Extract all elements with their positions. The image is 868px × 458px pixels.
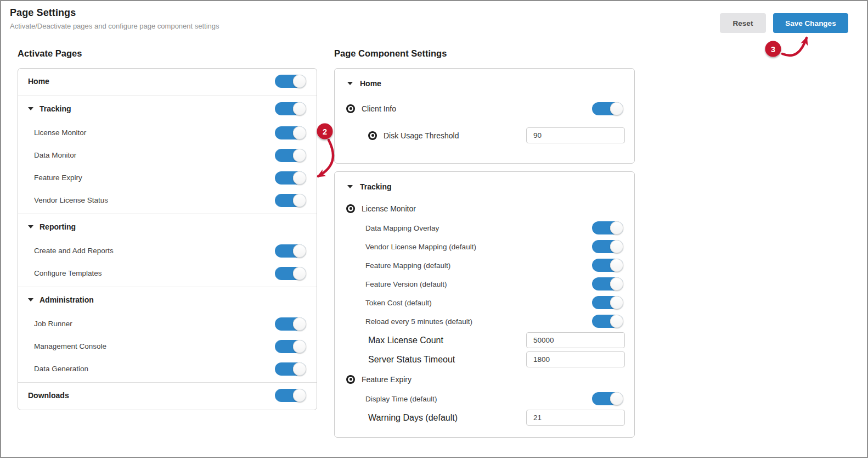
disk-usage-threshold-input[interactable]: [526, 127, 625, 143]
toggle-reload-every-5-minutes-default[interactable]: [592, 315, 623, 328]
toggle-knob: [293, 194, 306, 207]
bullseye-icon: [346, 104, 355, 113]
toggle-vendor-license-status[interactable]: [275, 194, 306, 207]
toggle-knob: [293, 149, 306, 162]
bullseye-icon: [346, 375, 355, 384]
page-title: Page Settings: [10, 7, 219, 19]
component-header-label-tracking: Tracking: [360, 182, 392, 191]
component-row-feature-mapping-default: Feature Mapping (default): [335, 256, 634, 275]
component-label-feature-version-default: Feature Version (default): [365, 280, 447, 288]
component-label-reload-every-5-minutes-default: Reload every 5 minutes (default): [365, 317, 472, 326]
page-row-job-runner: Job Runner: [18, 312, 317, 335]
warning-days-default-input[interactable]: [526, 410, 625, 426]
component-header-tracking: Tracking: [335, 175, 634, 198]
page-label-administration: Administration: [40, 295, 94, 304]
toggle-configure-templates[interactable]: [275, 267, 306, 280]
toggle-knob: [293, 317, 306, 331]
component-row-disk-usage-threshold: Disk Usage Threshold: [335, 122, 634, 149]
toggle-knob: [293, 171, 306, 185]
page-label-license-monitor: License Monitor: [34, 129, 86, 137]
toggle-vendor-license-mapping-default[interactable]: [592, 240, 623, 253]
component-label-vendor-license-mapping-default: Vendor License Mapping (default): [365, 243, 476, 251]
page-row-home: Home: [18, 69, 317, 93]
toggle-knob: [610, 240, 623, 253]
chevron-down-icon[interactable]: [347, 82, 353, 85]
toggle-feature-mapping-default[interactable]: [592, 259, 623, 272]
toggle-token-cost-default[interactable]: [592, 296, 623, 309]
page-row-reporting: Reporting: [18, 214, 317, 239]
chevron-down-icon[interactable]: [28, 107, 33, 110]
toggle-knob: [610, 221, 623, 234]
activate-pages-section: Activate Pages HomeTrackingLicense Monit…: [18, 48, 317, 410]
toggle-knob: [293, 126, 306, 139]
activate-group: Downloads: [18, 382, 317, 410]
toggle-home[interactable]: [275, 75, 306, 88]
page-label-data-generation: Data Generation: [34, 365, 88, 373]
toggle-downloads[interactable]: [275, 389, 306, 402]
reset-button[interactable]: Reset: [720, 13, 766, 33]
component-row-license-monitor: License Monitor: [335, 198, 634, 219]
page-row-administration: Administration: [18, 287, 317, 312]
page-label-downloads: Downloads: [28, 391, 69, 400]
toggle-knob: [610, 296, 623, 309]
chevron-down-icon[interactable]: [28, 225, 33, 228]
page-component-settings-cards: HomeClient InfoDisk Usage ThresholdTrack…: [334, 68, 635, 438]
save-changes-button[interactable]: Save Changes: [773, 13, 848, 33]
page-label-configure-templates: Configure Templates: [34, 269, 102, 277]
toggle-knob: [293, 267, 306, 280]
toggle-knob: [610, 102, 623, 115]
header-actions: Reset Save Changes: [720, 13, 848, 33]
toggle-knob: [293, 389, 306, 402]
toggle-knob: [293, 340, 306, 353]
toggle-knob: [293, 362, 306, 376]
page-settings-screen: Page Settings Activate/Deactivate pages …: [0, 0, 868, 458]
component-row-display-time-default: Display Time (default): [335, 389, 634, 408]
component-label-client-info: Client Info: [362, 104, 396, 113]
toggle-management-console[interactable]: [275, 340, 306, 353]
toggle-data-generation[interactable]: [275, 362, 306, 376]
toggle-license-monitor[interactable]: [275, 126, 306, 139]
component-label-license-monitor: License Monitor: [362, 204, 416, 213]
server-status-timeout-input[interactable]: [526, 351, 625, 367]
toggle-data-monitor[interactable]: [275, 149, 306, 162]
page-row-vendor-license-status: Vendor License Status: [18, 189, 317, 211]
page-row-data-monitor: Data Monitor: [18, 144, 317, 166]
toggle-feature-expiry[interactable]: [275, 171, 306, 185]
toggle-create-and-add-reports[interactable]: [275, 244, 306, 258]
toggle-knob: [293, 75, 306, 88]
page-row-tracking: Tracking: [18, 96, 317, 121]
page-row-configure-templates: Configure Templates: [18, 262, 317, 284]
toggle-display-time-default[interactable]: [592, 392, 623, 405]
component-row-client-info: Client Info: [335, 95, 634, 122]
activate-group: ReportingCreate and Add ReportsConfigure…: [18, 214, 317, 287]
component-row-feature-version-default: Feature Version (default): [335, 275, 634, 293]
annotation-step-3-number: 3: [771, 45, 775, 54]
activate-group: AdministrationJob RunnerManagement Conso…: [18, 287, 317, 382]
bullseye-icon: [346, 204, 355, 213]
page-label-reporting: Reporting: [40, 222, 76, 231]
toggle-job-runner[interactable]: [275, 317, 306, 331]
annotation-badge-2: [317, 124, 333, 139]
component-label-token-cost-default: Token Cost (default): [365, 299, 432, 307]
toggle-knob: [610, 315, 623, 328]
toggle-feature-version-default[interactable]: [592, 277, 623, 291]
component-card-home: HomeClient InfoDisk Usage Threshold: [334, 68, 635, 164]
chevron-down-icon[interactable]: [28, 298, 33, 301]
chevron-down-icon[interactable]: [347, 185, 353, 188]
page-label-data-monitor: Data Monitor: [34, 151, 76, 159]
component-label-data-mapping-overlay: Data Mapping Overlay: [365, 224, 439, 232]
component-header-home: Home: [335, 72, 634, 95]
component-label-feature-expiry: Feature Expiry: [362, 375, 412, 384]
toggle-knob: [610, 392, 623, 405]
toggle-data-mapping-overlay[interactable]: [592, 221, 623, 234]
annotation-step-2-number: 2: [323, 127, 327, 136]
component-row-max-license-count: Max License Count: [335, 331, 634, 350]
annotation-arrow-3: [782, 38, 807, 55]
component-row-server-status-timeout: Server Status Timeout: [335, 350, 634, 369]
component-row-token-cost-default: Token Cost (default): [335, 293, 634, 312]
page-label-management-console: Management Console: [34, 342, 106, 350]
bullseye-icon: [368, 131, 377, 140]
toggle-tracking[interactable]: [275, 102, 306, 115]
toggle-client-info[interactable]: [592, 102, 623, 115]
max-license-count-input[interactable]: [526, 332, 625, 348]
